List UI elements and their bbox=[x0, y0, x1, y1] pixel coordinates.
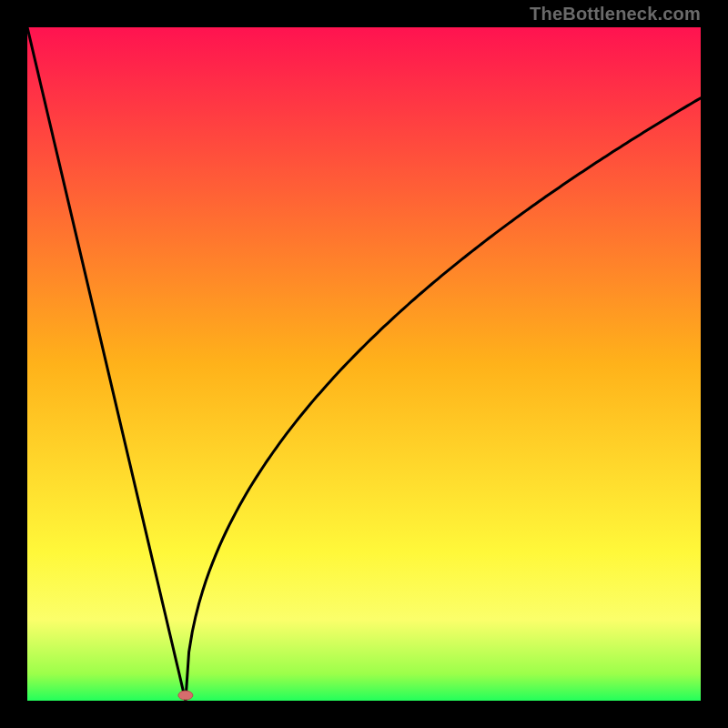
watermark-text: TheBottleneck.com bbox=[530, 4, 701, 25]
outer-frame: TheBottleneck.com bbox=[0, 0, 728, 728]
minimum-marker bbox=[178, 691, 193, 700]
curve-layer bbox=[27, 27, 701, 701]
plot-area bbox=[27, 27, 701, 701]
bottleneck-curve bbox=[27, 27, 701, 701]
